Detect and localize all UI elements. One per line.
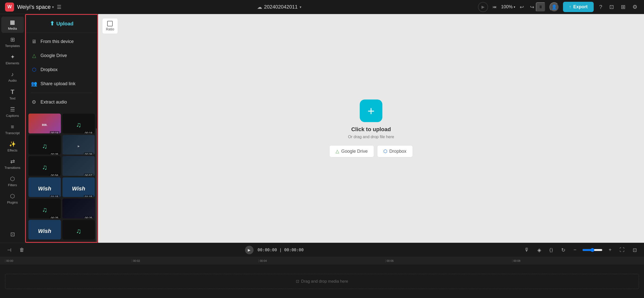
list-item[interactable]: Wish 01:15 202312091013.mp4 [28, 177, 61, 197]
sidebar-item-text[interactable]: T Text [1, 86, 24, 103]
sidebar-item-plugins[interactable]: ⬡ Plugins [1, 190, 24, 207]
media-duration: 00:25 [50, 216, 59, 218]
media-duration: 00:18 [50, 131, 59, 133]
wish-logo: Wish [72, 185, 85, 192]
topbar: W Weiyi's space ▾ ☰ ☁ 202402042011 ▾ ▶ ⏮… [0, 0, 644, 14]
help-icon[interactable]: ? [598, 2, 604, 12]
sidebar-item-subtitle[interactable]: ⊡ [1, 229, 24, 240]
zoom-in-icon[interactable]: + [607, 246, 614, 254]
user-avatar[interactable]: 👤 [549, 2, 559, 12]
sidebar-item-elements[interactable]: ✦ Elements [1, 51, 24, 68]
upload-option-extract-audio[interactable]: ⚙ Extract audio [26, 95, 97, 109]
media-duration: 00:36 [84, 153, 93, 155]
list-item[interactable]: 808. 00:18 808. Free Text Edit... [28, 114, 61, 133]
list-item[interactable]: ♫ [62, 220, 95, 240]
elements-icon: ✦ [10, 54, 15, 60]
ratio-button[interactable]: Ratio [102, 18, 118, 34]
list-item[interactable]: ▶ 00:36 recorder_screen_17... [62, 135, 95, 155]
list-item[interactable]: 00:25 recorder_screen_17... [62, 198, 95, 218]
templates-icon: ⊞ [10, 36, 15, 43]
media-duration: 01:15 [50, 195, 59, 197]
media-thumbnail: ♫ 00:25 [28, 198, 61, 218]
brand-icon: W [5, 3, 14, 12]
sidebar-item-media[interactable]: ▦ Media [1, 17, 24, 33]
ruler-mark: 00:06 [385, 259, 512, 262]
upload-service-buttons: △ Google Drive ⬡ Dropbox [329, 145, 413, 157]
delete-button[interactable]: 🗑 [17, 246, 26, 254]
sidebar-item-effects[interactable]: ✨ Effects [1, 138, 24, 155]
timeline-area: ⊣ 🗑 ▶ 00:00:00 | 00:00:00 🎙 ◈ ⟨⟩ ↻ − + ⛶… [0, 243, 644, 298]
dropbox-upload-button[interactable]: ⬡ Dropbox [377, 145, 413, 157]
sidebar-item-transcript[interactable]: ≡ Transcript [1, 121, 24, 137]
preview-play-button[interactable]: ▶ [478, 2, 488, 12]
upload-option-dropbox[interactable]: ⬡ Dropbox [26, 63, 97, 77]
loop-icon[interactable]: ↻ [559, 246, 568, 254]
list-item[interactable]: ♫ 00:25 recorder_audio_17... [28, 198, 61, 218]
sidebar-item-transitions[interactable]: ⇄ Transitions [1, 156, 24, 172]
menu-icon[interactable]: ☰ [57, 4, 61, 10]
ruler-mark: 00:08 [512, 259, 639, 262]
fullscreen-icon[interactable]: ⛶ [618, 246, 627, 254]
file-name[interactable]: ☁ 202402042011 ▾ [257, 4, 301, 10]
transcript-icon: ≡ [11, 124, 14, 130]
dropbox-btn-icon: ⬡ [383, 148, 387, 154]
sidebar-item-audio[interactable]: ♪ Audio [1, 69, 24, 85]
topbar-left: W Weiyi's space ▾ ☰ [5, 3, 80, 12]
gdrive-btn-icon: △ [336, 148, 339, 154]
timeline-play-button[interactable]: ▶ [245, 246, 254, 254]
canvas-upload-button[interactable]: + [360, 100, 382, 122]
gear-icon[interactable]: ⚙ [631, 2, 639, 12]
captions-icon: ☰ [10, 106, 15, 113]
caption-timeline-icon[interactable]: ⊡ [631, 246, 639, 254]
canvas-upload-area: + Click to upload Or drag and drop file … [329, 100, 413, 157]
upload-option-google-drive[interactable]: △ Google Drive [26, 48, 97, 63]
list-item[interactable]: ♫ 00:35 recorder_audio_17... [28, 135, 61, 155]
layout-icon[interactable]: ⊞ [619, 2, 627, 12]
playback-controls: ▶ ⏮ 100% ▾ ↩ ↪ [478, 2, 536, 12]
split-button[interactable]: ⊣ [5, 246, 13, 254]
pause-button[interactable]: ⏸ [536, 2, 545, 12]
list-item[interactable]: Wish 01:15 202312091009.mp4 [62, 177, 95, 197]
monitor-icon: 🖥 [31, 39, 37, 44]
file-chevron-icon: ▾ [300, 5, 301, 9]
effects-icon: ✨ [9, 141, 16, 147]
zoom-out-icon[interactable]: − [572, 246, 579, 254]
sidebar-item-filters[interactable]: ⬡ Filters [1, 173, 24, 189]
sidebar-item-captions[interactable]: ☰ Captions [1, 104, 24, 120]
subtitle-icon: ⊡ [10, 231, 15, 238]
filters-icon: ⬡ [10, 176, 15, 182]
upload-option-from-device[interactable]: 🖥 From this device [26, 35, 97, 48]
upload-option-share-link[interactable]: 👥 Share upload link [26, 77, 97, 91]
workspace-chevron-icon: ▾ [52, 5, 54, 9]
topbar-right: ⏸ 👤 ↑ Export ? ⊡ ⊞ ⚙ [536, 2, 639, 12]
upload-main-button[interactable]: ⬆ Upload [31, 18, 92, 29]
skip-back-icon[interactable]: ⏮ [491, 3, 498, 11]
extract-audio-icon: ⚙ [31, 99, 37, 105]
zoom-indicator[interactable]: 100% ▾ [501, 4, 515, 10]
audio-file-icon: ♫ [42, 163, 47, 171]
redo-button[interactable]: ↪ [529, 3, 536, 12]
media-duration: 00:18 [84, 131, 93, 133]
code-icon[interactable]: ⟨⟩ [547, 246, 555, 254]
media-thumbnail: ♫ [62, 220, 95, 240]
zoom-chevron-icon: ▾ [514, 5, 515, 9]
list-item[interactable]: Wish [28, 220, 61, 240]
export-button[interactable]: ↑ Export [563, 2, 594, 12]
scrollbar[interactable] [96, 128, 97, 242]
list-item[interactable]: ♫ 00:18 recorder_audio_17... [62, 114, 95, 133]
gdrive-icon: △ [31, 53, 37, 59]
gdrive-upload-button[interactable]: △ Google Drive [329, 145, 374, 157]
media-duration: 00:35 [50, 153, 59, 155]
undo-button[interactable]: ↩ [518, 3, 526, 12]
settings-panel-icon[interactable]: ⊡ [608, 2, 615, 12]
list-item[interactable]: ♫ 00:56 recorder_audio_17... [28, 156, 61, 176]
media-drop-zone[interactable]: ⊡ Drag and drop media here [5, 274, 639, 289]
sidebar-item-templates[interactable]: ⊞ Templates [1, 34, 24, 50]
ai-icon[interactable]: ◈ [535, 246, 543, 254]
list-item[interactable]: 00:57 recorder_screen_17... [62, 156, 95, 176]
main-layout: ▦ Media ⊞ Templates ✦ Elements ♪ Audio T… [0, 14, 644, 243]
timeline-zoom-slider[interactable] [582, 248, 602, 252]
workspace-name[interactable]: Weiyi's space ▾ [17, 4, 54, 10]
microphone-icon[interactable]: 🎙 [522, 246, 531, 254]
timeline-tracks: ⊡ Drag and drop media here [0, 265, 644, 298]
